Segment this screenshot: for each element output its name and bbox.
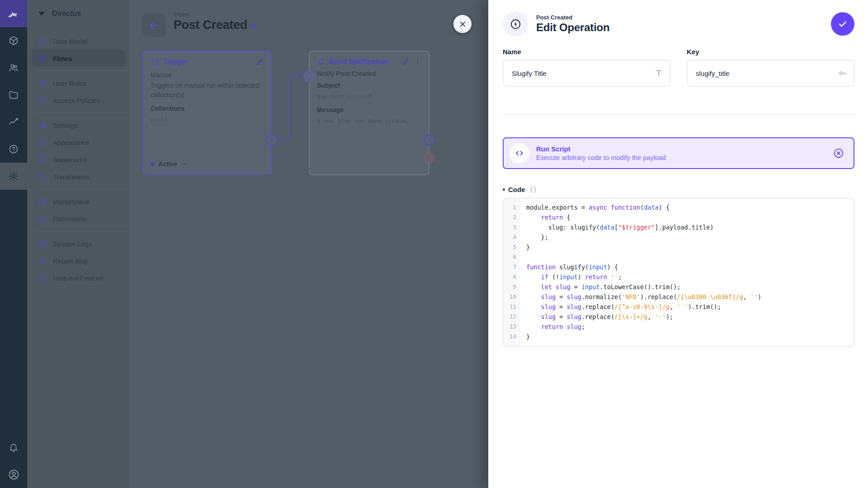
sidebar-item-access-policies[interactable]: Access Policies [31, 92, 125, 109]
insights-icon [8, 117, 19, 127]
sidebar-item-label: Data Model [53, 38, 88, 45]
code-icon-circle [509, 143, 529, 163]
check-icon [269, 137, 275, 143]
settings-module[interactable] [0, 163, 27, 190]
operation-type-card[interactable]: Run Script Execute arbitrary code to mod… [503, 137, 854, 169]
bell-icon [8, 442, 19, 453]
code-line: return slug; [526, 322, 854, 332]
code-line: function slugify(input) { [526, 262, 854, 272]
operation-reject-port[interactable] [424, 153, 435, 164]
chevron-down-icon [181, 160, 188, 168]
operation-menu-icon[interactable] [414, 58, 421, 66]
sidebar-item-user-roles[interactable]: User Roles [31, 75, 125, 92]
check-icon [427, 137, 433, 143]
message-value: A new item has been create… [317, 116, 421, 126]
edit-trigger-icon[interactable] [255, 58, 264, 66]
users-module[interactable] [0, 54, 27, 81]
gear-icon [8, 171, 19, 182]
code-content[interactable]: module.exports = async function(data) { … [520, 199, 854, 346]
sliders-icon [37, 120, 47, 131]
code-line: } [526, 332, 854, 342]
code-line: }; [526, 232, 854, 242]
directus-logo[interactable] [0, 0, 27, 27]
bell-icon [317, 57, 326, 66]
code-line: if (!input) return ''; [526, 272, 854, 282]
docs-module[interactable] [0, 136, 27, 163]
box-icon [8, 35, 19, 46]
collections-label: Collections [151, 104, 264, 113]
drawer-cancel-button[interactable] [453, 15, 472, 33]
sidebar-item-marketplace[interactable]: Marketplace [31, 193, 125, 210]
trigger-panel[interactable]: Trigger Manual Triggers on manual run wi… [142, 51, 272, 174]
database-icon [37, 36, 47, 47]
shield-icon [37, 95, 47, 106]
trigger-panel-title: Trigger [163, 58, 188, 66]
code-line [526, 252, 854, 262]
nav-divider [36, 231, 129, 231]
sidebar-item-label: Bookmarks [53, 156, 87, 164]
operation-resolve-port[interactable] [424, 135, 435, 145]
sidebar-item-label: System Logs [53, 240, 92, 248]
sidebar-item-bookmarks[interactable]: Bookmarks [31, 151, 125, 168]
sidebar-item-label: Marketplace [53, 198, 90, 206]
user-menu-button[interactable] [0, 461, 27, 488]
sidebar-item-extensions[interactable]: Extensions [31, 210, 125, 227]
sidebar-item-appearance[interactable]: Appearance [31, 134, 125, 151]
raw-value-icon [529, 185, 538, 194]
collections-value: posts [151, 115, 264, 124]
operation-type-chip [503, 11, 528, 37]
status-label: Active [158, 160, 177, 168]
save-button[interactable] [831, 12, 854, 36]
sidebar-item-label: Settings [53, 122, 77, 129]
nav-divider [36, 189, 129, 189]
message-label: Message [317, 105, 421, 115]
breadcrumb[interactable]: Flows [174, 11, 189, 18]
back-button[interactable] [142, 14, 165, 37]
sidebar-item-label: Report Bug [53, 257, 87, 265]
flow-status-toggle[interactable]: Active [151, 160, 188, 168]
sidebar-item-translations[interactable]: Translations [31, 168, 125, 185]
nav-divider [36, 70, 129, 71]
sidebar-item-settings[interactable]: Settings [31, 117, 125, 134]
sidebar-item-request-feature[interactable]: Request Feature [31, 269, 125, 286]
project-header[interactable]: Directus [27, 0, 129, 27]
palette-icon [37, 137, 47, 148]
app-root: Directus Data ModelFlowsUser RolesAccess… [0, 0, 868, 488]
x-icon [427, 155, 432, 161]
key-icon [838, 68, 848, 78]
files-module[interactable] [0, 81, 27, 108]
name-field: Name [503, 48, 670, 87]
edit-operation-icon[interactable] [401, 57, 410, 66]
sidebar-item-label: Request Feature [53, 274, 104, 282]
name-input[interactable] [503, 60, 670, 87]
sidebar-item-data-model[interactable]: Data Model [31, 33, 125, 50]
code-line: return { [526, 212, 854, 222]
operation-type-title: Run Script [536, 145, 666, 153]
sidebar-item-label: User Roles [53, 80, 86, 87]
line-numbers: 1234567891011121314 [504, 199, 520, 346]
storefront-icon [37, 197, 47, 207]
key-input[interactable] [687, 60, 854, 87]
sidebar-item-system-logs[interactable]: System Logs [31, 235, 125, 252]
sidebar-item-report-bug[interactable]: Report Bug [31, 252, 125, 269]
sidebar-item-flows[interactable]: Flows [31, 50, 125, 67]
code-brackets-icon [514, 148, 524, 158]
project-logo-icon [37, 9, 47, 19]
terminal-icon [37, 239, 47, 249]
operation-panel[interactable]: Send Notification Notify Post Created Su… [309, 51, 429, 175]
navigation-sidebar: Directus Data ModelFlowsUser RolesAccess… [27, 0, 129, 488]
notifications-button[interactable] [0, 434, 27, 461]
operation-type-subtitle: Execute arbitrary code to modify the pay… [536, 154, 666, 161]
bug-icon [37, 256, 47, 266]
insights-module[interactable] [0, 108, 27, 136]
trigger-resolve-port[interactable] [266, 135, 277, 145]
section-divider [503, 114, 854, 115]
project-name: Directus [52, 9, 81, 18]
deselect-operation-icon[interactable] [833, 147, 844, 159]
code-editor[interactable]: 1234567891011121314 module.exports = asy… [503, 198, 854, 347]
folder-icon [8, 89, 19, 100]
operation-input-port[interactable] [303, 71, 314, 82]
trigger-type: Manual [151, 70, 264, 80]
arrow-left-icon [148, 20, 159, 31]
content-module[interactable] [0, 27, 27, 54]
